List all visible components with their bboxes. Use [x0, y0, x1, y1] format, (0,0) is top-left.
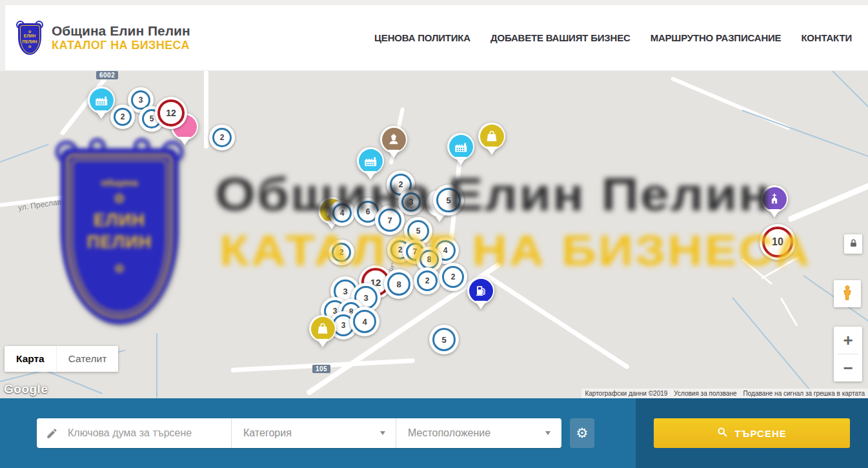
- search-bar: Категория Местоположение ⚙ ТЪРСЕНЕ: [0, 398, 868, 468]
- cluster-ring: 12: [157, 99, 185, 127]
- worker-icon: [382, 128, 406, 152]
- gear-icon: ⚙: [576, 425, 589, 441]
- pin-marker-bag[interactable]: [478, 123, 505, 150]
- cluster-marker[interactable]: 12: [155, 97, 187, 129]
- map-boundary-line: [732, 297, 812, 392]
- brand-text: Община Елин Пелин КАТАЛОГ НА БИЗНЕСА: [52, 23, 190, 53]
- pin-marker-bag[interactable]: [309, 315, 336, 342]
- bag-icon: [480, 125, 504, 148]
- pin-marker-fuel[interactable]: [467, 277, 494, 304]
- watermark-ornament: ✿: [114, 190, 125, 206]
- main-nav: ЦЕНОВА ПОЛИТИКА ДОБАВЕТЕ ВАШИЯТ БИЗНЕС М…: [374, 32, 852, 43]
- street-view-pegman[interactable]: [834, 280, 861, 307]
- cluster-marker[interactable]: 2: [209, 125, 235, 150]
- keyword-field: [37, 418, 231, 448]
- bag-icon: [311, 317, 335, 341]
- nav-contacts[interactable]: КОНТАКТИ: [801, 32, 852, 43]
- map-road: [204, 71, 208, 148]
- search-button-label: ТЪРСЕНЕ: [734, 428, 787, 439]
- cluster-count: 2: [425, 276, 430, 285]
- map-boundary-line: [742, 110, 868, 159]
- brand[interactable]: ✿ ЕЛИН ПЕЛИН ✿ Община Елин Пелин КАТАЛОГ…: [17, 21, 190, 55]
- logo-ornament: ✿: [28, 45, 31, 48]
- zoom-in-button[interactable]: +: [834, 327, 862, 354]
- pencil-icon: [37, 427, 66, 440]
- road-badge: 6002: [96, 71, 118, 79]
- watermark-municipality-logo: община ✿ ЕЛИН ПЕЛИН ✿: [56, 138, 183, 325]
- watermark-title: Община Елин Пелин: [215, 168, 771, 221]
- watermark-shield-top-text: община: [101, 177, 138, 188]
- cluster-marker[interactable]: 2: [110, 105, 135, 129]
- map-type-map-button[interactable]: Карта: [5, 346, 56, 372]
- attribution-copyright: Картографски данни ©2019: [581, 390, 671, 397]
- header: ✿ ЕЛИН ПЕЛИН ✿ Община Елин Пелин КАТАЛОГ…: [5, 5, 868, 71]
- cluster-marker[interactable]: 4: [350, 307, 379, 336]
- settings-button[interactable]: ⚙: [570, 418, 594, 448]
- page: ✿ ЕЛИН ПЕЛИН ✿ Община Елин Пелин КАТАЛОГ…: [0, 0, 868, 468]
- map-type-satellite-button[interactable]: Сателит: [56, 346, 118, 372]
- watermark-shield-name: ЕЛИН: [94, 210, 145, 232]
- cluster-count: 8: [396, 280, 401, 289]
- cluster-count: 2: [121, 112, 125, 121]
- chevron-down-icon: [380, 431, 385, 435]
- cluster-count: 12: [166, 108, 176, 118]
- page-edge: [0, 0, 868, 5]
- location-select[interactable]: Местоположение: [396, 418, 561, 448]
- search-icon: [717, 427, 728, 440]
- attribution-terms-link[interactable]: Условия за ползване: [671, 390, 740, 397]
- keyword-input[interactable]: [66, 427, 231, 440]
- cluster-ring: 5: [432, 328, 456, 351]
- search-bar-left: Категория Местоположение ⚙: [0, 398, 636, 468]
- lock-button[interactable]: [844, 234, 862, 254]
- cluster-count: 3: [341, 321, 346, 330]
- zoom-control: + −: [834, 327, 862, 382]
- map-road: [787, 181, 868, 223]
- search-box: Категория Местоположение: [37, 418, 561, 448]
- nav-route-schedule[interactable]: МАРШРУТНО РАЗПИСАНИЕ: [651, 32, 782, 43]
- watermark-ornament: ✿: [114, 261, 124, 276]
- cluster-ring: 2: [114, 108, 132, 126]
- cluster-marker[interactable]: 5: [429, 325, 459, 354]
- cluster-ring: 8: [387, 272, 410, 296]
- google-logo[interactable]: Google: [4, 382, 48, 396]
- map-attribution: Картографски данни ©2019 Условия за полз…: [581, 389, 868, 398]
- cluster-count: 3: [139, 96, 143, 105]
- cluster-count: 5: [150, 114, 154, 123]
- search-button[interactable]: ТЪРСЕНЕ: [654, 418, 850, 448]
- road-badge: 105: [312, 365, 330, 373]
- watermark-shield-name: ПЕЛИН: [87, 232, 152, 254]
- cluster-count: 3: [343, 287, 347, 296]
- map-boundary-line: [829, 71, 868, 109]
- nav-pricing-policy[interactable]: ЦЕНОВА ПОЛИТИКА: [374, 32, 470, 43]
- chevron-down-icon: [545, 431, 550, 435]
- site-subtitle: КАТАЛОГ НА БИЗНЕСА: [52, 39, 190, 53]
- pin-marker-factory[interactable]: [447, 133, 474, 160]
- fuel-icon: [469, 279, 493, 303]
- cluster-ring: 2: [212, 128, 232, 147]
- map-type-control: Карта Сателит: [5, 346, 118, 372]
- cluster-count: 3: [363, 293, 368, 303]
- lock-icon: [849, 238, 858, 250]
- page-edge: [0, 5, 5, 71]
- watermark-subtitle: КАТАЛОГ НА БИЗНЕСА: [219, 226, 811, 275]
- municipality-logo: ✿ ЕЛИН ПЕЛИН ✿: [17, 21, 43, 55]
- pin-marker-worker[interactable]: [380, 126, 407, 153]
- attribution-report-error-link[interactable]: Подаване на сигнал за грешка в картата: [740, 390, 868, 397]
- cluster-count: 2: [220, 133, 225, 142]
- cluster-count: 5: [441, 335, 446, 345]
- pin-marker-factory[interactable]: [88, 86, 115, 114]
- category-select-label: Категория: [243, 427, 292, 439]
- map-boundary-line: [0, 144, 49, 163]
- category-select[interactable]: Категория: [231, 418, 396, 448]
- location-select-label: Местоположение: [408, 427, 490, 439]
- nav-add-business[interactable]: ДОБАВЕТЕ ВАШИЯТ БИЗНЕС: [490, 32, 631, 43]
- map-boundary-line: [156, 333, 157, 398]
- pegman-icon: [839, 284, 856, 304]
- logo-name-line: ЕЛИН: [24, 34, 35, 39]
- zoom-out-button[interactable]: −: [834, 354, 862, 382]
- search-bar-right: ТЪРСЕНЕ: [636, 398, 868, 468]
- map-road: [780, 298, 798, 327]
- site-title: Община Елин Пелин: [52, 23, 190, 39]
- cluster-count: 4: [362, 317, 367, 327]
- map-canvas[interactable]: 6002105ул. Преславбул. „Новоселци“ци“ 32…: [0, 71, 868, 398]
